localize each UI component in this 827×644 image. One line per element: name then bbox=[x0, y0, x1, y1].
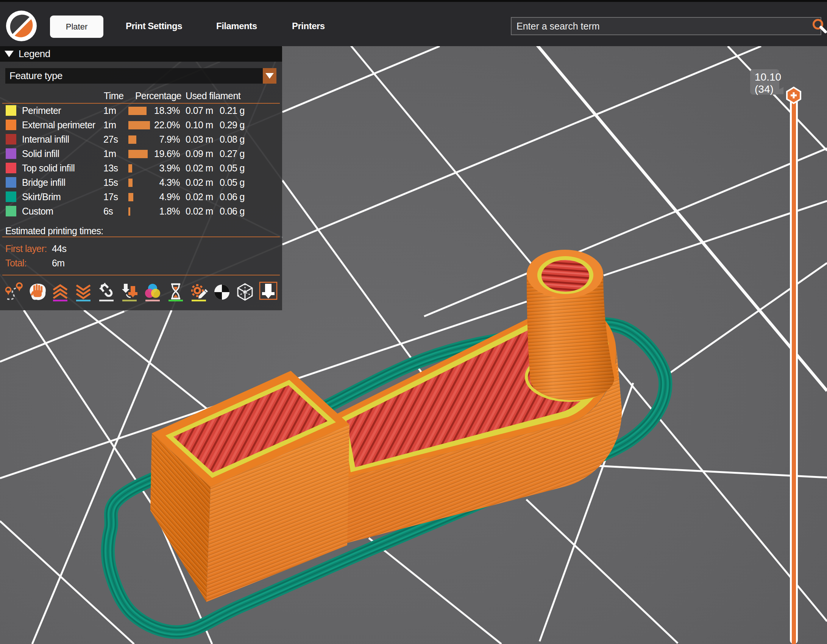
svg-text:10.10: 10.10 bbox=[755, 71, 781, 83]
svg-text:(34): (34) bbox=[755, 83, 774, 95]
